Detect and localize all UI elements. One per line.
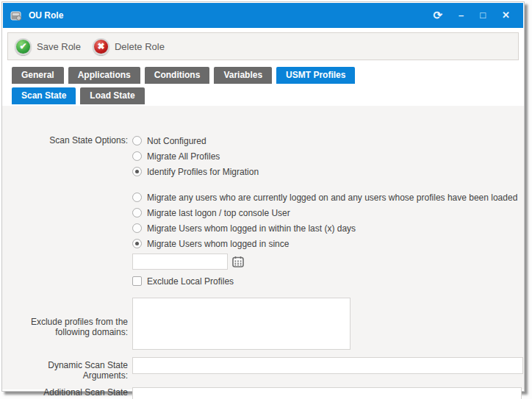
window-controls: ⟳ – □ ✕ (433, 3, 516, 28)
tab-usmt-profiles[interactable]: USMT Profiles (276, 67, 355, 84)
toolbar: ✔ Save Role ✖ Delete Role (7, 32, 519, 60)
exclude-domains-textarea[interactable] (132, 298, 351, 350)
minimize-icon[interactable]: – (459, 3, 464, 28)
radio-option-identify-profiles[interactable]: Identify Profiles for Migration (132, 164, 524, 179)
dynamic-scan-args-label: Dynamic Scan State Arguments: (10, 357, 128, 381)
exclude-domains-label: Exclude profiles from the following doma… (10, 298, 128, 337)
logged-in-since-date-input[interactable] (132, 254, 228, 270)
radio-option-migrate-all-profiles[interactable]: Migrate All Profiles (132, 148, 524, 164)
additional-scan-args-input[interactable] (132, 387, 522, 399)
ou-role-window: OU Role ⟳ – □ ✕ ✔ Save Role ✖ Delete Rol… (1, 1, 525, 392)
calendar-icon[interactable] (232, 256, 244, 267)
radio-label[interactable]: Identify Profiles for Migration (147, 167, 259, 177)
logged-in-since-date-row (132, 254, 524, 270)
delete-role-label: Delete Role (115, 41, 165, 52)
delete-role-button[interactable]: ✖ Delete Role (93, 38, 169, 55)
radio-option-migrate-last-logon[interactable]: Migrate last logon / top console User (132, 205, 524, 220)
radio-option-migrate-last-x-days[interactable]: Migrate Users whom logged in within the … (132, 220, 524, 236)
radio-label[interactable]: Migrate last logon / top console User (147, 208, 290, 218)
radio-icon[interactable] (132, 223, 142, 233)
save-check-icon: ✔ (15, 38, 32, 55)
save-role-label: Save Role (37, 41, 81, 52)
radio-option-migrate-since[interactable]: Migrate Users whom logged in since (132, 236, 524, 251)
tab-general[interactable]: General (12, 67, 64, 84)
title-bar: OU Role ⟳ – □ ✕ (3, 3, 523, 28)
exclude-local-profiles-option[interactable]: Exclude Local Profiles (132, 273, 524, 289)
radio-option-migrate-logged-on-users[interactable]: Migrate any users who are currently logg… (132, 190, 524, 205)
radio-icon-selected[interactable] (132, 167, 142, 176)
radio-icon[interactable] (132, 208, 142, 218)
scan-options-radio-group-2: Migrate any users who are currently logg… (132, 190, 524, 251)
radio-label[interactable]: Migrate Users whom logged in since (147, 239, 289, 249)
refresh-icon[interactable]: ⟳ (433, 3, 442, 28)
scan-state-options-label: Scan State Options: (10, 133, 128, 145)
maximize-icon[interactable]: □ (480, 3, 486, 28)
subtab-load-state[interactable]: Load State (80, 87, 144, 104)
save-role-button[interactable]: ✔ Save Role (15, 38, 85, 55)
exclude-local-profiles-checkbox[interactable] (132, 276, 142, 286)
sub-tab-strip: Scan State Load State (12, 87, 524, 104)
delete-x-icon: ✖ (93, 38, 109, 55)
close-icon[interactable]: ✕ (502, 3, 510, 28)
tab-conditions[interactable]: Conditions (145, 67, 210, 84)
scan-state-panel: Scan State Options: Not Configured Migra… (2, 106, 524, 389)
scan-options-radio-group-1: Not Configured Migrate All Profiles Iden… (132, 133, 524, 289)
window-title: OU Role (29, 10, 433, 21)
radio-label[interactable]: Migrate All Profiles (147, 151, 220, 162)
radio-icon[interactable] (132, 193, 142, 202)
subtab-scan-state[interactable]: Scan State (12, 87, 76, 104)
tab-applications[interactable]: Applications (68, 67, 140, 84)
app-icon (10, 10, 23, 21)
radio-icon-selected[interactable] (132, 239, 142, 248)
tab-variables[interactable]: Variables (214, 67, 272, 84)
radio-label[interactable]: Migrate any users who are currently logg… (147, 193, 517, 203)
radio-option-not-configured[interactable]: Not Configured (132, 133, 524, 148)
exclude-local-profiles-label[interactable]: Exclude Local Profiles (147, 276, 234, 287)
additional-scan-args-label: Additional Scan State Arguments: (10, 387, 128, 399)
dynamic-scan-args-input[interactable] (132, 357, 523, 374)
radio-icon[interactable] (132, 136, 142, 145)
radio-icon[interactable] (132, 151, 142, 161)
main-tab-strip: General Applications Conditions Variable… (12, 67, 524, 84)
radio-label[interactable]: Migrate Users whom logged in within the … (147, 223, 356, 234)
radio-label[interactable]: Not Configured (147, 136, 206, 146)
